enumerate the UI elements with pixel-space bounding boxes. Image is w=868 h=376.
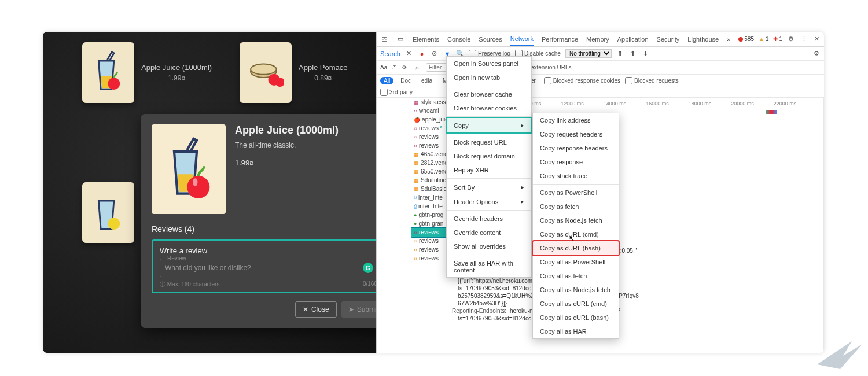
gear-small-icon[interactable]: ⚙ — [812, 50, 821, 58]
ctx-item[interactable]: Clear browser cookies — [447, 101, 531, 115]
clear-icon[interactable]: ⊘ — [431, 50, 439, 58]
ctx-item[interactable]: Override headers — [447, 212, 531, 226]
tab-application[interactable]: Application — [617, 36, 649, 43]
blocked-cookies-check[interactable]: Blocked response cookies — [544, 77, 620, 84]
request-row[interactable]: ▦2812.venc — [411, 158, 447, 167]
ctx-item[interactable]: Replay XHR — [447, 163, 531, 177]
ctx-item[interactable]: Copy all as cURL (cmd) — [533, 297, 619, 311]
ctx-item[interactable]: Copy▸ — [447, 118, 531, 132]
context-menu-2[interactable]: Copy link addressCopy request headersCop… — [532, 113, 619, 339]
request-row[interactable]: ●gbtn-prog — [411, 211, 447, 219]
reviews-toggle[interactable]: Reviews (4) ⌄ — [152, 224, 376, 234]
request-row[interactable]: ⎙inter_Inte — [411, 202, 447, 211]
review-input[interactable]: Review What did you like or dislike? G — [160, 259, 376, 277]
grammarly-icon[interactable]: G — [363, 263, 373, 273]
close-button[interactable]: ✕Close — [295, 301, 337, 318]
throttling-select[interactable]: No throttling — [565, 49, 612, 58]
request-row[interactable]: ‹›reviews — [411, 228, 447, 237]
tab-sources[interactable]: Sources — [479, 36, 502, 43]
request-row[interactable]: ⎙inter_Inte — [411, 193, 447, 202]
ctx-item[interactable]: Copy response — [533, 155, 619, 169]
aa-icon[interactable]: Aa — [380, 64, 387, 71]
request-row[interactable]: ●gbtn-gran — [411, 219, 447, 228]
request-row[interactable]: ‹›reviews — [411, 254, 447, 263]
tab-console[interactable]: Console — [447, 36, 470, 43]
device-icon[interactable]: ▭ — [396, 35, 404, 43]
ctx-item[interactable]: Sort By▸ — [447, 180, 531, 194]
warn-count[interactable]: 1 — [766, 36, 769, 42]
blocked-req-check[interactable]: Blocked requests — [625, 77, 679, 84]
info-count[interactable]: 1 — [779, 36, 782, 42]
ctx-item[interactable]: Clear browser cache — [447, 87, 531, 101]
download-icon[interactable]: ⬇ — [642, 50, 650, 58]
ctx-item[interactable]: Header Options▸ — [447, 194, 531, 209]
ctx-item[interactable]: Copy as cURL (bash) — [533, 241, 619, 255]
ctx-item[interactable]: Copy as PowerShell — [533, 186, 619, 200]
ctx-item[interactable]: Copy response headers — [533, 141, 619, 155]
reviews-label: Reviews (4) — [152, 224, 194, 234]
find-icon[interactable]: ⌕ — [413, 64, 421, 72]
close-search-icon[interactable]: ✕ — [405, 50, 413, 58]
tab-performance[interactable]: Performance — [542, 36, 578, 43]
tab-elements[interactable]: Elements — [413, 36, 439, 43]
ctx-item[interactable]: Copy all as cURL (bash) — [533, 311, 619, 325]
search-tab[interactable]: Search — [380, 50, 400, 57]
juice-icon — [162, 137, 215, 202]
filter-doc[interactable]: Doc — [397, 77, 414, 84]
tab-memory[interactable]: Memory — [586, 36, 609, 43]
request-row[interactable]: ‹›reviews — [411, 132, 447, 141]
request-row[interactable]: ▦styles.css — [411, 98, 447, 106]
context-menu-1[interactable]: Open in Sources panelOpen in new tabClea… — [446, 56, 532, 278]
filter-media[interactable]: edia — [418, 77, 436, 84]
cursor-icon: ↖ — [569, 235, 575, 243]
ctx-item[interactable]: Copy all as HAR — [533, 325, 619, 338]
submit-button[interactable]: ➤Submit — [341, 301, 376, 318]
kebab-icon[interactable]: ⋮ — [800, 35, 808, 43]
ctx-item[interactable]: Block request domain — [447, 149, 531, 163]
third-party-check[interactable]: 3rd-party — [380, 89, 413, 96]
product-card[interactable]: Apple Pomace0.89¤ — [240, 42, 348, 103]
ctx-item[interactable]: Copy link address — [533, 113, 619, 127]
close-devtools-icon[interactable]: ✕ — [812, 35, 821, 43]
request-list[interactable]: ▦styles.css‹›whoami🍎apple_juic‹›reviews‹… — [411, 98, 447, 353]
request-row[interactable]: ▦6550.venc — [411, 167, 447, 176]
request-row[interactable]: ▦SduiBasic — [411, 185, 447, 193]
send-icon: ➤ — [348, 305, 354, 314]
ctx-item[interactable]: Block request URL — [447, 135, 531, 149]
tab-lighthouse[interactable]: Lighthouse — [687, 36, 719, 43]
request-row[interactable]: ▦SduiInline — [411, 176, 447, 185]
ctx-item[interactable]: Open in Sources panel — [447, 57, 531, 71]
ctx-item[interactable]: Copy all as fetch — [533, 269, 619, 283]
error-count[interactable]: 585 — [744, 36, 754, 42]
ctx-item[interactable]: Copy request headers — [533, 127, 619, 141]
request-row[interactable]: ‹›reviews — [411, 237, 447, 245]
ctx-item[interactable]: Copy as Node.js fetch — [533, 213, 619, 227]
product-card[interactable]: Apple Juice (1000ml)1.99¤ — [82, 42, 212, 103]
tab-network[interactable]: Network — [510, 35, 534, 46]
ctx-item[interactable]: Show all overrides — [447, 239, 531, 253]
request-row[interactable]: ▦4650.venc — [411, 150, 447, 158]
ctx-item[interactable]: Copy all as PowerShell — [533, 255, 619, 269]
upload-icon[interactable]: ⬆ — [629, 50, 637, 58]
ctx-item[interactable]: Copy stack trace — [533, 169, 619, 183]
ctx-item[interactable]: Override content — [447, 226, 531, 239]
filter-all[interactable]: All — [380, 77, 393, 84]
ctx-item[interactable]: Copy as cURL (cmd) — [533, 227, 619, 241]
product-card[interactable] — [82, 182, 134, 243]
request-row[interactable]: ‹›reviews — [411, 245, 447, 254]
record-icon[interactable]: ● — [418, 50, 426, 58]
refresh-icon[interactable]: ⟳ — [400, 64, 409, 72]
request-row[interactable]: ‹›whoami — [411, 106, 447, 115]
ctx-item[interactable]: Open in new tab — [447, 71, 531, 84]
close-icon: ✕ — [303, 305, 308, 314]
more-tabs-icon[interactable]: » — [727, 36, 730, 43]
tab-security[interactable]: Security — [657, 36, 680, 43]
field-label: Review — [165, 255, 189, 261]
gear-icon[interactable]: ⚙ — [787, 35, 795, 43]
inspect-icon[interactable]: ⮹ — [380, 35, 388, 43]
ctx-item[interactable]: Save all as HAR with content — [447, 256, 531, 277]
ctx-item[interactable]: Copy as fetch — [533, 200, 619, 213]
wifi-icon[interactable]: ⬆ — [616, 50, 624, 58]
ctx-item[interactable]: Copy all as Node.js fetch — [533, 283, 619, 297]
request-row[interactable]: ‹›reviews — [411, 141, 447, 150]
